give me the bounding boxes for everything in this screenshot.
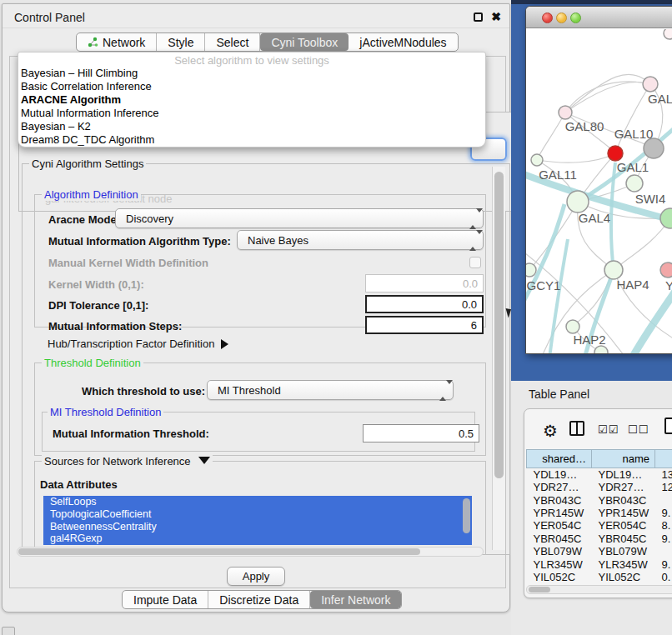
manual-kernel-label: Manual Kernel Width Definition (48, 257, 208, 269)
table-cell: 12 (655, 481, 672, 493)
tab-label: Impute Data (133, 593, 197, 607)
table-row[interactable]: YDL19…YDL19…13 (527, 468, 672, 482)
table-header-row[interactable]: shared…nameA (527, 450, 672, 468)
column-header[interactable]: A (655, 450, 672, 468)
network-node-hap2[interactable] (566, 320, 579, 333)
table-row[interactable]: YBR043CYBR043C (527, 493, 672, 506)
dpi-tolerance-field[interactable]: 0.0 (365, 295, 484, 313)
minimize-traffic-light-icon[interactable] (556, 12, 567, 23)
network-node-y[interactable] (660, 262, 672, 278)
mi-threshold-field[interactable]: 0.5 (363, 424, 479, 442)
close-icon[interactable]: ✖ (491, 10, 501, 23)
dpi-tolerance-label: DPI Tolerance [0,1]: (48, 299, 148, 312)
attribute-list-scrollbar[interactable] (463, 498, 470, 533)
table-row[interactable]: YBR045CYBR045C9. (527, 532, 672, 545)
mi-type-combo[interactable]: Naive Bayes (237, 230, 484, 250)
settings-group-title: Cyni Algorithm Settings (29, 158, 146, 170)
settings-horizontal-scrollbar[interactable] (17, 547, 484, 557)
dropdown-item[interactable]: Mutual Information Inference (18, 107, 485, 120)
checked-pair-icon[interactable]: ☑☑ (598, 423, 619, 436)
bottom-tab-infer-network[interactable]: Infer Network (310, 591, 401, 608)
node-label: SWI4 (635, 192, 666, 206)
hub-definition-expander[interactable]: Hub/Transcription Factor Definition (48, 338, 228, 350)
zoom-traffic-light-icon[interactable] (570, 12, 581, 23)
combo-stepper-icon (469, 212, 477, 226)
bottom-tab-impute-data[interactable]: Impute Data (123, 591, 208, 608)
table-row[interactable]: YDR27…YDR27…12 (527, 481, 672, 493)
table-cell: YDL19… (592, 468, 655, 482)
minimized-panel-icon[interactable] (2, 627, 15, 635)
network-node-gal80[interactable] (559, 106, 572, 119)
mi-steps-field[interactable]: 6 (365, 316, 484, 334)
table-row[interactable]: YER054CYER054C8. (527, 519, 672, 532)
network-node-gal[interactable] (643, 77, 658, 92)
mi-threshold-group-title: MI Threshold Definition (48, 406, 163, 418)
node-label: GAL11 (539, 168, 577, 182)
table-row[interactable]: YIL052CYIL052C0. (527, 571, 672, 583)
aracne-mode-combo[interactable]: Discovery (115, 208, 484, 228)
dropdown-item[interactable]: Basic Correlation Inference (18, 80, 485, 93)
node-label: GAL10 (614, 127, 654, 141)
network-view-window[interactable]: GALGAL80GAL10GAL1GAL11SWI4GAL4GCY1HAP4YH… (525, 6, 672, 354)
gear-icon[interactable]: ⚙ (543, 421, 558, 441)
split-pane-icon[interactable] (569, 421, 584, 436)
tab-jactivemnodules[interactable]: jActiveMNodules (349, 33, 457, 51)
network-node[interactable] (608, 146, 623, 161)
tab-cyni-toolbox[interactable]: Cyni Toolbox (260, 33, 349, 51)
attribute-item[interactable]: SelfLoops (43, 496, 472, 508)
tab-style[interactable]: Style (157, 33, 205, 51)
network-graph: GALGAL80GAL10GAL1GAL11SWI4GAL4GCY1HAP4YH… (526, 29, 672, 354)
network-node-gcy1[interactable] (526, 263, 536, 277)
which-threshold-combo[interactable]: MI Threshold (207, 380, 454, 400)
column-header[interactable]: shared… (527, 450, 592, 468)
column-header[interactable]: name (592, 450, 655, 468)
table-cell: 9. (655, 507, 672, 519)
control-panel-tabs: NetworkStyleSelectCyni ToolboxjActiveMNo… (76, 32, 459, 52)
attribute-item[interactable]: BetweennessCentrality (43, 521, 472, 533)
page-icon[interactable] (664, 418, 672, 434)
network-window-titlebar[interactable] (526, 7, 672, 28)
node-label: HAP2 (573, 332, 605, 347)
network-canvas[interactable]: GALGAL80GAL10GAL1GAL11SWI4GAL4GCY1HAP4YH… (526, 29, 672, 354)
table-cell: YIL052C (527, 571, 592, 583)
apply-button[interactable]: Apply (227, 567, 285, 586)
settings-vertical-scrollbar[interactable] (492, 167, 505, 550)
network-node-gal1[interactable] (626, 175, 643, 192)
network-node[interactable] (594, 346, 608, 354)
table-row[interactable]: YBL079WYBL079W (527, 545, 672, 558)
dropdown-item[interactable]: Bayesian – K2 (18, 120, 485, 133)
mi-steps-label: Mutual Information Steps: (48, 320, 182, 332)
table-cell: YBR043C (592, 493, 655, 506)
network-node[interactable] (664, 29, 672, 39)
mi-threshold-label: Mutual Information Threshold: (53, 428, 209, 440)
network-node-gal10[interactable] (644, 138, 664, 158)
manual-kernel-checkbox[interactable] (469, 257, 481, 268)
attribute-item[interactable]: TopologicalCoefficient (43, 508, 472, 521)
network-edge (537, 112, 565, 160)
network-node-gal4[interactable] (567, 191, 589, 212)
data-attributes-list[interactable]: SelfLoopsTopologicalCoefficientBetweenne… (43, 496, 472, 545)
close-traffic-light-icon[interactable] (542, 12, 553, 23)
kernel-width-field[interactable]: 0.0 (365, 274, 484, 292)
attribute-item[interactable]: gal4RGexp (43, 532, 472, 545)
table-cell: YDR27… (592, 481, 655, 493)
dropdown-item[interactable]: ARACNE Algorithm (18, 93, 485, 107)
network-node-swi4[interactable] (660, 208, 672, 228)
table-cell: YLR345W (592, 558, 655, 570)
unchecked-pair-icon[interactable]: ☐☐ (628, 423, 649, 436)
dropdown-item[interactable]: Dream8 DC_TDC Algorithm (18, 133, 485, 147)
sources-group-title[interactable]: Sources for Network Inference (42, 455, 213, 468)
table-row[interactable]: YLR345WYLR345W9. (527, 558, 672, 570)
bottom-tab-discretize-data[interactable]: Discretize Data (208, 591, 310, 608)
table-row[interactable]: YPR145WYPR145W9. (527, 507, 672, 519)
table-cell: YBR045C (592, 532, 655, 545)
float-window-icon[interactable] (474, 12, 483, 22)
network-node-hap4[interactable] (604, 261, 623, 279)
network-node-gal11[interactable] (531, 154, 543, 166)
tab-select[interactable]: Select (205, 33, 260, 51)
table-horizontal-scrollbar[interactable] (526, 585, 672, 594)
tab-network[interactable]: Network (77, 33, 157, 51)
table-panel: ⚙ ☑☑ ☐☐ shared…nameA YDL19…YDL19…13YDR27… (524, 408, 672, 598)
dropdown-item[interactable]: Bayesian – Hill Climbing (18, 67, 485, 80)
table-cell: YIL052C (592, 571, 655, 583)
